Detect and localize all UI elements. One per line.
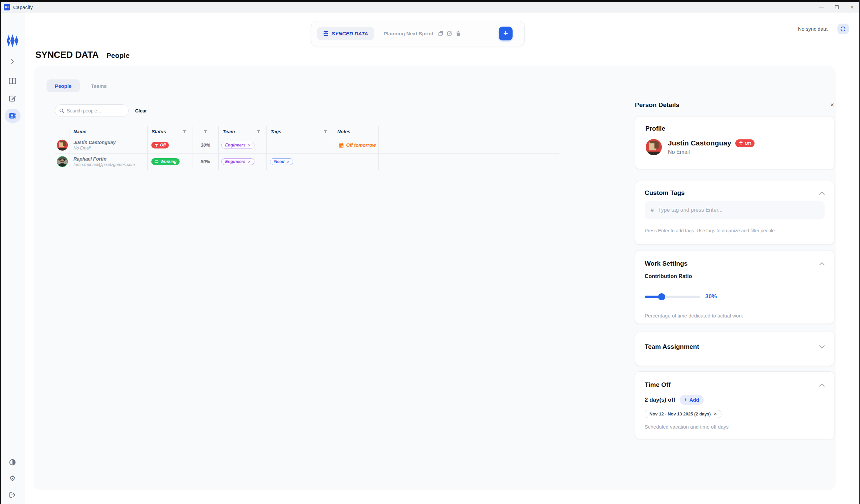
tag-chip[interactable]: #lead ✕ <box>270 158 293 165</box>
status-cell[interactable]: Working <box>147 153 192 170</box>
remove-team-icon[interactable]: ✕ <box>248 160 250 164</box>
table-row[interactable]: Justin Castonguay No Email <box>69 137 147 153</box>
notes-cell[interactable]: Off tomorrow <box>333 137 378 153</box>
tab-people[interactable]: People <box>46 79 80 92</box>
remove-time-off-icon[interactable]: ✕ <box>714 412 717 416</box>
note-text: Off tomorrow <box>346 143 376 148</box>
view-tabs: People Teams <box>46 79 115 92</box>
add-sheet-button[interactable]: + <box>499 27 513 40</box>
header-spacer <box>378 126 559 137</box>
header-name: Name <box>69 126 147 137</box>
contribution-slider[interactable] <box>645 296 700 298</box>
filter-funnel-icon[interactable] <box>182 130 187 134</box>
calendar-icon <box>339 143 344 148</box>
logout-icon <box>10 492 16 498</box>
chevron-down-icon[interactable] <box>819 345 825 349</box>
tag-input-box[interactable]: # <box>645 201 825 219</box>
remove-tag-icon[interactable]: ✕ <box>287 160 289 164</box>
time-off-helper: Scheduled vacation and time off days <box>645 424 825 430</box>
delete-sheet-icon[interactable] <box>456 31 461 36</box>
header-team-label: Team <box>223 129 235 134</box>
chevron-up-icon[interactable] <box>819 384 825 386</box>
page-subtitle: People <box>106 51 130 60</box>
tag-input[interactable] <box>658 207 819 213</box>
team-chip[interactable]: Engineers ✕ <box>221 142 255 148</box>
time-off-chip[interactable]: Nov 12 - Nov 13 2025 (2 days) ✕ <box>645 410 721 418</box>
table-row[interactable]: Raphael Fortin fortin.raphael@pixelzgame… <box>69 153 147 170</box>
tag-chip-label: #lead <box>274 159 284 164</box>
status-cell[interactable]: Off <box>147 137 192 153</box>
hash-icon: # <box>651 207 654 213</box>
profile-avatar <box>645 139 662 155</box>
add-time-off-label: Add <box>689 397 699 403</box>
close-icon: ✕ <box>850 5 854 10</box>
search-input[interactable] <box>67 108 121 114</box>
sidebar-item-compose[interactable] <box>9 95 16 102</box>
chevron-up-icon[interactable] <box>819 262 825 265</box>
sidebar-item-board[interactable] <box>9 78 16 84</box>
person-name: Raphael Fortin <box>73 156 106 162</box>
theme-toggle-button[interactable] <box>9 459 16 465</box>
chevron-up-icon[interactable] <box>819 192 825 195</box>
table-row-avatar[interactable] <box>55 153 69 170</box>
plus-icon: + <box>684 397 687 403</box>
team-cell: Engineers ✕ <box>218 153 266 170</box>
theme-contrast-icon <box>9 459 16 465</box>
titlebar: Capacify ✕ <box>0 2 860 13</box>
header-tags: Tags <box>266 126 333 137</box>
person-email: No Email <box>73 146 91 150</box>
profile-name: Justin Castonguay <box>668 139 731 147</box>
tab-people-label: People <box>55 83 71 89</box>
edit-sheet-icon[interactable] <box>447 31 452 36</box>
team-chip[interactable]: Engineers ✕ <box>221 158 255 165</box>
close-window-button[interactable]: ✕ <box>845 2 860 13</box>
columns-icon <box>9 78 16 84</box>
header-status-label: Status <box>152 129 166 134</box>
close-panel-button[interactable]: ✕ <box>830 102 834 108</box>
maximize-icon <box>835 5 839 9</box>
search-icon <box>59 108 64 113</box>
tab-teams[interactable]: Teams <box>83 79 115 92</box>
avatar-justin <box>57 139 68 151</box>
table-row-avatar[interactable] <box>55 137 69 153</box>
header-avatar <box>55 126 69 137</box>
team-assignment-card: Team Assignment <box>635 331 834 366</box>
header-notes: Notes <box>333 126 378 137</box>
minimize-button[interactable] <box>814 2 829 13</box>
database-icon <box>323 31 329 36</box>
chevron-right-icon <box>10 59 15 64</box>
sidebar-item-people[interactable] <box>5 109 20 123</box>
plus-icon: + <box>503 29 508 38</box>
tab-planning-next-sprint[interactable]: Planning Next Sprint <box>384 31 433 36</box>
add-time-off-button[interactable]: + Add <box>680 395 704 405</box>
team-cell: Engineers ✕ <box>218 137 266 153</box>
content-card: People Teams Clear Name Status Team Tags… <box>34 66 836 490</box>
laptop-icon <box>154 160 159 164</box>
tab-synced-data-label: SYNCED DATA <box>332 31 368 36</box>
team-chip-label: Engineers <box>225 159 245 164</box>
sync-refresh-button[interactable] <box>837 24 849 34</box>
custom-tags-helper: Press Enter to add tags. Use tags to org… <box>645 228 825 233</box>
logout-button[interactable] <box>10 492 16 498</box>
clear-filters-button[interactable]: Clear <box>135 108 147 114</box>
time-off-summary: 2 day(s) off <box>645 397 675 403</box>
time-off-chip-label: Nov 12 - Nov 13 2025 (2 days) <box>649 411 711 416</box>
settings-gear-icon: ⚙ <box>10 475 16 482</box>
filter-funnel-icon[interactable] <box>323 130 328 134</box>
tab-synced-data[interactable]: SYNCED DATA <box>317 27 374 40</box>
filter-funnel-icon[interactable] <box>203 130 207 134</box>
settings-button[interactable]: ⚙ <box>10 475 16 482</box>
search-box[interactable] <box>55 104 129 117</box>
sidebar-expand-button[interactable] <box>10 59 15 64</box>
contribution-slider-thumb[interactable] <box>658 293 665 300</box>
remove-team-icon[interactable]: ✕ <box>248 144 250 147</box>
tags-cell[interactable] <box>266 137 333 153</box>
sheet-switcher: SYNCED DATA Planning Next Sprint + <box>311 21 525 46</box>
status-badge-working: Working <box>151 158 180 165</box>
filter-funnel-icon[interactable] <box>256 130 261 134</box>
maximize-button[interactable] <box>829 2 845 13</box>
person-details-title: Person Details <box>635 101 679 109</box>
notes-cell[interactable] <box>333 153 378 170</box>
duplicate-sheet-icon[interactable] <box>439 31 443 36</box>
status-label: Working <box>160 159 176 164</box>
